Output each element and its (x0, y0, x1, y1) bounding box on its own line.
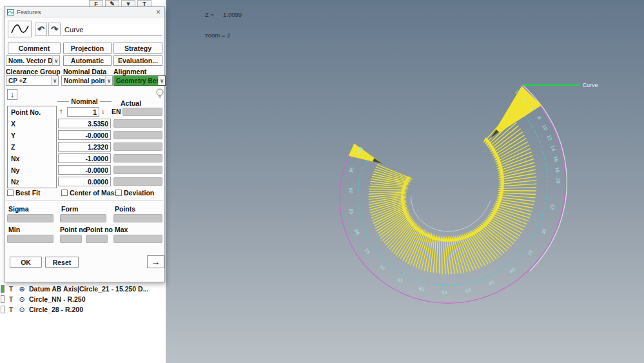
point-no-label: Point No. (8, 106, 56, 118)
curve-feature-button[interactable] (8, 21, 32, 37)
dialog-title: Features (17, 8, 152, 15)
best-fit-checkbox[interactable] (7, 190, 14, 196)
min-point-field (60, 235, 82, 243)
svg-text:65: 65 (396, 277, 404, 284)
chevron-down-icon: ∨ (158, 76, 165, 85)
svg-text:60: 60 (418, 286, 425, 293)
nominal-vector-dropdown[interactable]: Nom. Vector D ∨ (6, 55, 60, 66)
points-label: Points (115, 205, 135, 213)
nominal-data-label: Nominal Data (63, 68, 106, 75)
feature-list: T ⊕ Datum AB Axis|Circle_21 - 15.250 D..… (0, 284, 166, 315)
en-label: EN (112, 108, 121, 115)
features-dialog: Features × ↶ ↷ Comment Projection Strate… (4, 6, 165, 282)
projection-button[interactable]: Projection (63, 43, 112, 54)
deviation-vectors (369, 114, 537, 274)
alignment-label: Alignment (113, 68, 146, 75)
svg-text:18: 18 (554, 166, 560, 173)
point-no1-label: Point no (60, 226, 87, 233)
svg-text:95: 95 (349, 167, 355, 173)
circle-icon: ⊙ (17, 305, 26, 314)
svg-text:16: 16 (552, 155, 559, 162)
point-up-icon[interactable]: ↑ (59, 107, 63, 115)
alignment-dropdown[interactable]: Geometry Bes ∨ (113, 75, 166, 86)
dialog-titlebar[interactable]: Features × (5, 7, 164, 17)
comment-button[interactable]: Comment (8, 43, 61, 54)
chevron-down-icon: ∨ (52, 56, 59, 65)
point-no-input[interactable] (67, 107, 99, 117)
next-feature-button[interactable]: → (147, 255, 164, 268)
z-label: Z (8, 141, 56, 153)
sine-curve-icon (10, 23, 30, 35)
move-down-button[interactable]: ↓ (7, 89, 17, 100)
evaluation-button[interactable]: Evaluation... (113, 55, 162, 66)
close-icon[interactable]: × (155, 8, 162, 16)
svg-text:55: 55 (442, 290, 447, 295)
strategy-button[interactable]: Strategy (113, 43, 162, 54)
chevron-down-icon: ∨ (105, 76, 112, 85)
z-nominal-input[interactable] (58, 142, 111, 152)
nominal-data-dropdown[interactable]: Nominal point ∨ (61, 75, 113, 86)
svg-text:85: 85 (348, 208, 355, 215)
x-nominal-input[interactable] (58, 119, 111, 128)
svg-text:10: 10 (541, 124, 548, 132)
svg-text:14: 14 (549, 144, 556, 152)
curve-plot[interactable]: 1009590858075706560555045403530252018161… (166, 0, 644, 363)
sigma-field (7, 214, 54, 222)
feature-row-circle-28[interactable]: T ⊙ Circle_28 - R.200 (0, 304, 166, 315)
feature-status-chip (1, 295, 5, 303)
ny-nominal-input[interactable] (58, 165, 111, 175)
feature-row-datum-ab-axis[interactable]: T ⊕ Datum AB Axis|Circle_21 - 15.250 D..… (0, 284, 166, 294)
calypso-app: F ✎ ▼ T Features × ↶ ↷ Comment Projectio… (0, 0, 644, 363)
nx-actual-field (113, 154, 162, 162)
max-field (113, 235, 162, 243)
center-of-mass-checkbox[interactable] (61, 190, 68, 196)
y-label: Y (8, 130, 56, 141)
ok-button[interactable]: OK (10, 257, 42, 268)
sigma-label: Sigma (8, 205, 29, 213)
svg-text:12: 12 (545, 134, 552, 142)
svg-text:45: 45 (488, 280, 496, 287)
clearance-group-dropdown[interactable]: CP +Z ∨ (6, 75, 59, 86)
svg-text:90: 90 (347, 188, 353, 193)
feature-name: Circle_28 - R.200 (29, 306, 83, 313)
actual-header: Actual (121, 99, 141, 107)
feature-name-input[interactable] (63, 24, 162, 36)
nx-label: Nx (8, 153, 56, 164)
datum-axis-icon: ⊕ (17, 284, 26, 293)
deviation-label: Deviation (124, 189, 154, 197)
ny-label: Ny (8, 164, 56, 176)
svg-text:25: 25 (550, 204, 556, 210)
nz-nominal-input[interactable] (58, 177, 111, 186)
y-nominal-input[interactable] (58, 130, 111, 140)
circle-icon: ⊙ (17, 295, 26, 304)
svg-text:8: 8 (536, 115, 542, 121)
coordinate-label-box: Point No. X Y Z Nx Ny Nz (7, 106, 57, 188)
point-number-labels: 1009590858075706560555045403530252018161… (347, 89, 560, 295)
undo-icon[interactable]: ↶ (35, 23, 47, 36)
svg-text:40: 40 (509, 267, 516, 275)
max-label: Max (115, 226, 128, 233)
deviation-checkbox[interactable] (115, 190, 122, 196)
automatic-button[interactable]: Automatic (63, 55, 112, 66)
svg-text:70: 70 (378, 264, 385, 272)
x-label: X (8, 118, 56, 130)
nx-nominal-input[interactable] (58, 153, 111, 163)
lightbulb-icon[interactable] (155, 88, 165, 99)
viewport-3d[interactable]: Z =1.0099 zoom = 2 100959085807570656055… (166, 0, 644, 363)
point-down-icon[interactable]: ↓ (101, 107, 105, 115)
reset-button[interactable]: Reset (45, 257, 79, 268)
feature-row-circle-nn[interactable]: T ⊙ Circle_NN - R.250 (0, 294, 166, 304)
y-actual-field (113, 131, 162, 139)
nominal-vector-value: Nom. Vector D (8, 57, 52, 64)
alignment-value: Geometry Bes (116, 77, 158, 84)
redo-icon[interactable]: ↷ (48, 23, 61, 36)
cyan-reference-curve (358, 101, 548, 286)
chevron-down-icon: ∨ (51, 76, 58, 85)
nz-actual-field (113, 177, 162, 186)
x-actual-field (113, 119, 162, 128)
ny-actual-field (113, 166, 162, 174)
point-no2-label: Point no (86, 226, 113, 233)
nominal-header: Nominal (57, 97, 112, 105)
points-field (113, 214, 162, 222)
svg-text:35: 35 (527, 250, 534, 257)
